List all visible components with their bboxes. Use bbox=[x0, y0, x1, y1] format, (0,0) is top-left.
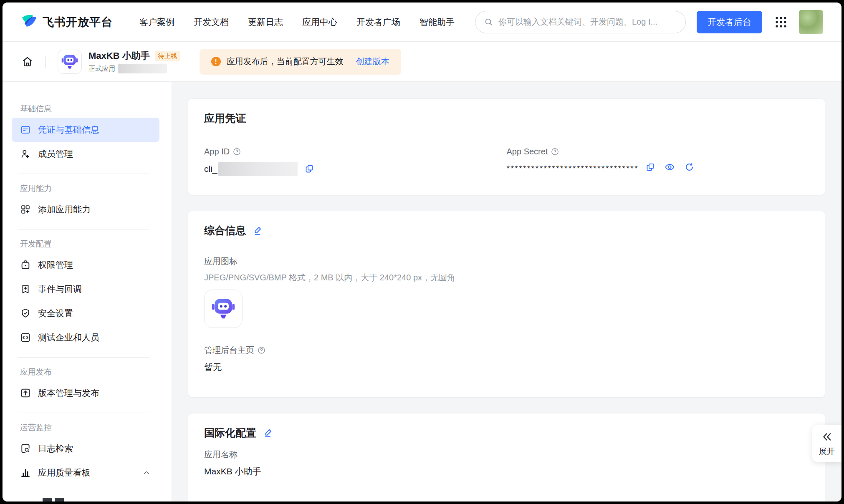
nav-item[interactable]: 开发者广场 bbox=[356, 16, 400, 28]
i18n-app-name-value: MaxKB 小助手 bbox=[204, 466, 809, 477]
app-icon-hint: JPEG/PNG/SVG/BMP 格式，2 MB 以内，大于 240*240 p… bbox=[204, 272, 809, 283]
app-icon-preview bbox=[204, 290, 243, 328]
sidebar-item-clipped[interactable] bbox=[43, 498, 64, 501]
sidebar-item[interactable]: 事件与回调 bbox=[3, 277, 172, 301]
sidebar-item[interactable]: 应用质量看板 bbox=[3, 461, 172, 485]
feishu-logo-icon bbox=[21, 14, 38, 30]
sidebar-item[interactable]: 成员管理 bbox=[3, 142, 172, 166]
sidebar-item-label: 安全设置 bbox=[38, 307, 73, 319]
sidebar-item[interactable]: 测试企业和人员 bbox=[3, 325, 172, 350]
grid-add-icon bbox=[20, 204, 31, 215]
expand-panel-button[interactable]: 展开 bbox=[812, 425, 841, 462]
sidebar-divider bbox=[18, 174, 149, 174]
sidebar-nav: 基础信息凭证与基础信息成员管理应用能力添加应用能力开发配置权限管理事件与回调安全… bbox=[3, 103, 172, 485]
sidebar: 基础信息凭证与基础信息成员管理应用能力添加应用能力开发配置权限管理事件与回调安全… bbox=[3, 82, 172, 501]
eye-icon[interactable] bbox=[665, 162, 675, 172]
copy-icon[interactable] bbox=[304, 164, 314, 174]
redacted-app-id-chip bbox=[118, 64, 167, 73]
status-badge: 待上线 bbox=[155, 51, 180, 61]
sidebar-item[interactable]: 凭证与基础信息 bbox=[12, 118, 159, 142]
app-secret-masked-value: ******************************** bbox=[507, 164, 639, 173]
chevron-up-icon[interactable] bbox=[142, 469, 151, 477]
sidebar-section-label: 应用发布 bbox=[3, 367, 172, 378]
app-secret-label: App Secret bbox=[507, 147, 548, 156]
shield-check-icon bbox=[20, 308, 31, 319]
app-id-field: App ID cli_ bbox=[204, 147, 507, 176]
bar-chart-icon bbox=[20, 467, 31, 478]
divider bbox=[45, 55, 46, 68]
app-secret-field: App Secret **************************** bbox=[507, 147, 809, 176]
admin-home-value: 暂无 bbox=[204, 361, 809, 373]
nav-item[interactable]: 更新日志 bbox=[248, 16, 283, 28]
edit-icon[interactable] bbox=[263, 427, 274, 438]
help-icon[interactable] bbox=[257, 346, 266, 355]
sidebar-item-label: 凭证与基础信息 bbox=[38, 124, 99, 136]
general-card-title: 综合信息 bbox=[204, 224, 246, 237]
content-area: 基础信息凭证与基础信息成员管理应用能力添加应用能力开发配置权限管理事件与回调安全… bbox=[3, 82, 841, 501]
page: 飞书开放平台 客户案例开发文档更新日志应用中心开发者广场智能助手 开发者后台 bbox=[3, 3, 841, 501]
user-avatar[interactable] bbox=[799, 10, 823, 34]
sidebar-item-label: 成员管理 bbox=[38, 148, 73, 160]
sidebar-item[interactable]: 日志检索 bbox=[3, 436, 172, 461]
refresh-icon[interactable] bbox=[684, 162, 695, 172]
app-grid-icon[interactable] bbox=[774, 15, 788, 29]
code-box-icon bbox=[20, 332, 31, 343]
i18n-card: 国际化配置 应用名称 MaxKB 小助手 bbox=[188, 413, 825, 501]
developer-console-button[interactable]: 开发者后台 bbox=[697, 11, 762, 33]
app-meta: MaxKB 小助手 待上线 正式应用 bbox=[88, 50, 180, 73]
sidebar-divider bbox=[18, 357, 149, 358]
topnav-menu: 客户案例开发文档更新日志应用中心开发者广场智能助手 bbox=[139, 16, 455, 28]
copy-icon[interactable] bbox=[645, 162, 655, 172]
sidebar-item-label: 添加应用能力 bbox=[38, 204, 91, 215]
i18n-card-title: 国际化配置 bbox=[204, 426, 256, 440]
redacted-app-id-value bbox=[218, 162, 298, 176]
nav-item[interactable]: 应用中心 bbox=[302, 16, 337, 28]
lock-bag-icon bbox=[20, 260, 31, 270]
sidebar-item-label: 版本管理与发布 bbox=[38, 387, 99, 399]
app-name: MaxKB 小助手 bbox=[88, 50, 150, 62]
bookmark-add-icon bbox=[20, 284, 31, 295]
general-info-card: 综合信息 应用图标 JPEG/PNG/SVG/BMP 格式，2 MB 以内，大于… bbox=[188, 211, 825, 398]
sidebar-item-label: 权限管理 bbox=[38, 259, 73, 271]
nav-item[interactable]: 智能助手 bbox=[419, 16, 455, 28]
double-chevron-left-icon bbox=[821, 431, 833, 443]
expand-label: 展开 bbox=[819, 446, 835, 457]
sidebar-divider bbox=[18, 413, 149, 413]
sidebar-item-label: 应用质量看板 bbox=[38, 467, 91, 479]
feishu-logo[interactable]: 飞书开放平台 bbox=[21, 14, 113, 30]
alert-text: 应用发布后，当前配置方可生效 bbox=[227, 56, 344, 67]
sidebar-item[interactable]: 安全设置 bbox=[3, 301, 172, 325]
help-icon[interactable] bbox=[232, 147, 241, 156]
logo-text: 飞书开放平台 bbox=[43, 15, 113, 30]
app-id-prefix: cli_ bbox=[204, 164, 217, 174]
search-box[interactable] bbox=[475, 11, 686, 33]
sidebar-item[interactable]: 添加应用能力 bbox=[3, 197, 172, 222]
app-header-bar: MaxKB 小助手 待上线 正式应用 应用发布后，当前配置方可生效 创建版本 bbox=[3, 42, 841, 82]
publish-alert-banner: 应用发布后，当前配置方可生效 创建版本 bbox=[200, 49, 401, 75]
sidebar-item[interactable]: 权限管理 bbox=[3, 253, 172, 277]
help-icon[interactable] bbox=[551, 147, 559, 156]
credentials-card: 应用凭证 App ID bbox=[188, 98, 825, 195]
app-icon-label: 应用图标 bbox=[204, 256, 238, 267]
home-icon[interactable] bbox=[21, 55, 34, 68]
member-add-icon bbox=[20, 149, 31, 159]
main-pane: 应用凭证 App ID bbox=[172, 82, 841, 501]
sidebar-item[interactable]: 版本管理与发布 bbox=[3, 381, 172, 405]
edit-icon[interactable] bbox=[253, 225, 264, 236]
nav-item[interactable]: 开发文档 bbox=[194, 16, 229, 28]
sidebar-section-label: 运营监控 bbox=[3, 422, 172, 433]
nav-item[interactable]: 客户案例 bbox=[139, 16, 174, 28]
sidebar-section-label: 开发配置 bbox=[3, 239, 172, 249]
alert-exclamation-icon bbox=[211, 57, 221, 66]
sidebar-section-label: 应用能力 bbox=[3, 183, 172, 194]
app-icon bbox=[58, 50, 82, 74]
sidebar-section-label: 基础信息 bbox=[3, 103, 172, 114]
admin-home-label: 管理后台主页 bbox=[204, 345, 254, 356]
id-card-icon bbox=[20, 124, 31, 135]
i18n-app-name-label: 应用名称 bbox=[204, 449, 238, 460]
app-type-label: 正式应用 bbox=[88, 65, 115, 73]
search-input[interactable] bbox=[498, 17, 677, 27]
sidebar-divider bbox=[18, 229, 149, 229]
create-version-link[interactable]: 创建版本 bbox=[356, 56, 389, 67]
app-id-label: App ID bbox=[204, 147, 230, 156]
